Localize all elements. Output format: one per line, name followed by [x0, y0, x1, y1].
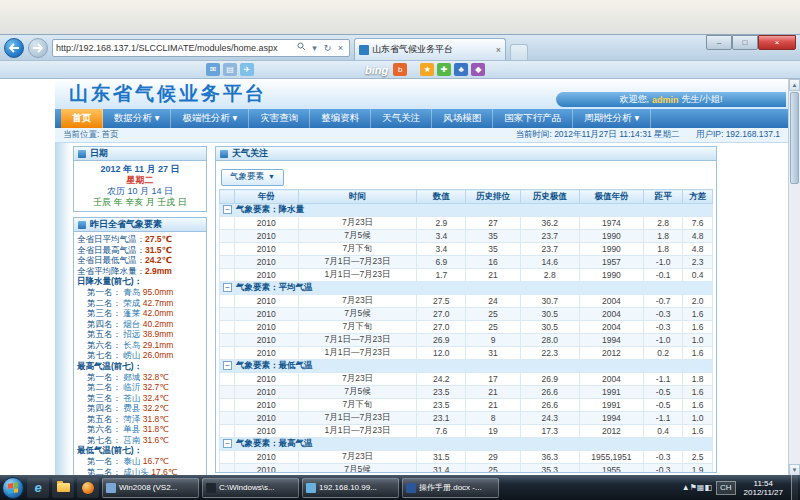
table-header-cell: 年份: [234, 190, 298, 204]
table-group-row[interactable]: −气象要素：平均气温: [220, 282, 713, 295]
forward-button[interactable]: [28, 38, 48, 58]
page-title: 山东省气候业务平台: [69, 81, 267, 107]
hidden-icons-button[interactable]: ▲: [682, 483, 690, 492]
rank-item: 第三名： 蓬莱 42.0mm: [77, 308, 203, 319]
table-row: 20107月23日24.21726.92004-1.11.8: [220, 373, 713, 386]
welcome-prefix: 欢迎您,: [619, 93, 649, 106]
collapse-icon[interactable]: −: [223, 439, 232, 448]
address-bar[interactable]: http://192.168.137.1/SLCCLIMATE/modules/…: [52, 39, 350, 57]
new-tab-button[interactable]: [510, 44, 528, 60]
maximize-button[interactable]: □: [732, 35, 758, 50]
refresh-icon[interactable]: ↻: [322, 43, 333, 53]
table-header-cell: 历史排位: [466, 190, 520, 204]
main-area: 天气关注 气象要素▼: [209, 143, 717, 476]
forward-arrow-icon: [32, 43, 44, 53]
tab-close-icon[interactable]: ×: [496, 45, 501, 55]
taskbar-button[interactable]: Win2008 (VS2...: [102, 478, 199, 498]
table-row: 20107月1日—7月23日26.9928.01994-1.01.0: [220, 334, 713, 347]
weather-focus-title: 天气关注: [232, 147, 268, 160]
back-button[interactable]: [4, 38, 24, 58]
filter-button-label: 气象要素: [230, 171, 264, 181]
server-icon: [106, 483, 116, 493]
breadcrumb: 当前位置: 首页: [63, 129, 119, 141]
table-row: 20107月23日31.52936.31955,1951-0.32.5: [220, 451, 713, 464]
table-group-row[interactable]: −气象要素：最低气温: [220, 360, 713, 373]
session-info: 当前时间: 2012年11月27日 11:14:31 星期二 用户IP: 192…: [501, 129, 780, 141]
word-icon: [406, 483, 416, 493]
explorer-taskbar-icon[interactable]: [52, 478, 74, 498]
collapse-icon[interactable]: −: [223, 283, 232, 292]
scrollbar-track[interactable]: [789, 185, 800, 464]
scroll-up-icon[interactable]: ▲: [789, 79, 800, 91]
plugin-icon-3[interactable]: ♣: [454, 63, 468, 76]
table-row: 20101月1日—7月23日12.03122.320120.21.6: [220, 347, 713, 360]
bing-logo[interactable]: bing: [365, 64, 388, 76]
nav-item[interactable]: 风场模图: [432, 109, 493, 128]
address-dropdown-icon[interactable]: ▾: [309, 43, 320, 53]
weather-icon: [78, 221, 86, 229]
nav-item[interactable]: 灾害查询: [249, 109, 310, 128]
stop-icon[interactable]: ×: [335, 43, 346, 53]
plugin-icon-2[interactable]: ✚: [437, 63, 451, 76]
send-plugin-icon[interactable]: ✈: [240, 63, 254, 76]
show-desktop-button[interactable]: [791, 475, 798, 500]
nav-item[interactable]: 数据分析 ▾: [103, 109, 171, 128]
rank-item: 第一名： 青岛 95.0mm: [77, 287, 203, 298]
volume-icon[interactable]: ◧: [704, 483, 712, 492]
weather-stat: 全省日最高气温：31.5℃: [77, 245, 203, 256]
plugin-icon-1[interactable]: ★: [420, 63, 434, 76]
collapse-icon[interactable]: −: [223, 205, 232, 214]
table-row: 20107月下旬3.43523.719901.84.8: [220, 243, 713, 256]
element-filter-button[interactable]: 气象要素▼: [221, 169, 284, 186]
rank-item: 第一名： 郯城 32.8℃: [77, 372, 203, 383]
nav-menu: 首页数据分析 ▾极端性分析 ▾灾害查询整编资料天气关注风场模图国家下行产品周期性…: [55, 109, 788, 128]
collapse-icon[interactable]: −: [223, 361, 232, 370]
calendar-icon: [78, 150, 86, 158]
taskbar-clock[interactable]: 11:54 2012/11/27: [740, 479, 787, 497]
page-scrollbar[interactable]: ▲ ▼: [788, 79, 800, 476]
start-button[interactable]: [2, 477, 24, 499]
window-controls: – □ ×: [706, 35, 796, 50]
rank-item: 第六名： 长岛 29.1mm: [77, 340, 203, 351]
taskbar-button[interactable]: 操作手册.docx -...: [402, 478, 499, 498]
table-row: 20101月1日—7月23日7.61917.320120.41.6: [220, 425, 713, 438]
weather-focus-body: 气象要素▼ 年份时间数值历史排位历史极值极值年份距平方差−气象要素：降水量201…: [216, 161, 716, 473]
close-button[interactable]: ×: [758, 35, 796, 50]
ie-taskbar-icon[interactable]: e: [27, 478, 49, 498]
table-row: 20107月1日—7月23日6.91614.61957-1.02.3: [220, 256, 713, 269]
user-ip: 用户IP: 192.168.137.1: [696, 129, 780, 139]
search-icon[interactable]: [296, 42, 307, 53]
rank-item: 第四名： 烟台 40.2mm: [77, 319, 203, 330]
rank-item: 第四名： 费县 32.2℃: [77, 403, 203, 414]
mail-plugin-icon[interactable]: ✉: [206, 63, 220, 76]
nav-item[interactable]: 天气关注: [371, 109, 432, 128]
notes-plugin-icon[interactable]: ▤: [223, 63, 237, 76]
table-group-row[interactable]: −气象要素：降水量: [220, 204, 713, 217]
nav-item[interactable]: 首页: [61, 109, 103, 128]
nav-item[interactable]: 极端性分析 ▾: [171, 109, 249, 128]
tab-title: 山东省气候业务平台: [372, 43, 493, 56]
scrollbar-thumb[interactable]: [790, 92, 799, 184]
media-player-taskbar-icon[interactable]: [77, 478, 99, 498]
table-row: 20107月1日—7月23日23.1824.31994-1.11.0: [220, 412, 713, 425]
table-header-cell: 方差: [683, 190, 713, 204]
minimize-button[interactable]: –: [706, 35, 732, 50]
bing-search-icon[interactable]: b: [393, 63, 407, 76]
site-container: 山东省气候业务平台 欢迎您, admin 先生/小姐! 首页数据分析 ▾极端性分…: [55, 79, 788, 476]
rank-group-title: 最高气温(前七)：: [77, 361, 203, 372]
nav-item[interactable]: 国家下行产品: [493, 109, 573, 128]
nav-item[interactable]: 周期性分析 ▾: [573, 109, 651, 128]
plugin-icon-4[interactable]: ◆: [471, 63, 485, 76]
browser-tab[interactable]: 山东省气候业务平台 ×: [354, 38, 506, 60]
toolbar-icons-right: ★✚♣◆: [420, 63, 488, 76]
taskbar-button[interactable]: 192.168.10.99...: [302, 478, 399, 498]
tray-icons: ▲⚑▦◧: [682, 483, 712, 492]
table-row: 20107月下旬27.02530.52004-0.31.6: [220, 321, 713, 334]
nav-item[interactable]: 整编资料: [310, 109, 371, 128]
action-center-icon[interactable]: ⚑: [690, 483, 697, 492]
clock-time: 11:54: [744, 479, 783, 488]
table-group-row[interactable]: −气象要素：最高气温: [220, 438, 713, 451]
taskbar-button[interactable]: C:\Windows\s...: [202, 478, 299, 498]
ime-language-button[interactable]: CH: [716, 481, 736, 495]
folder-icon: [57, 483, 70, 492]
